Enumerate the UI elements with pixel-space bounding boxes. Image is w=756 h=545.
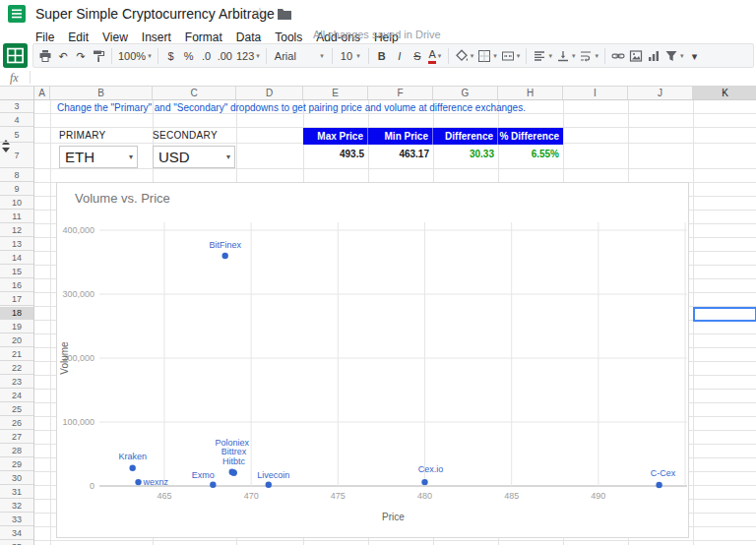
column-header-D[interactable]: D [236,87,303,99]
insert-chart-button[interactable] [645,46,662,66]
formula-input[interactable] [35,69,756,86]
star-icon[interactable]: ☆ [254,5,266,20]
row-header-20[interactable]: 20 [0,334,33,347]
row-header-30[interactable]: 30 [0,472,33,485]
print-icon [38,49,52,63]
increase-decimals-button[interactable]: .00 [216,46,234,66]
column-header-E[interactable]: E [303,87,368,99]
row-header-31[interactable]: 31 [0,486,33,499]
paint-format-button[interactable] [90,46,107,66]
menu-insert[interactable]: Insert [142,30,171,44]
insert-image-button[interactable] [627,46,645,66]
text-color-button[interactable]: A▾ [426,46,444,66]
undo-button[interactable]: ↶ [54,46,72,66]
row-header-27[interactable]: 27 [0,431,33,444]
y-tick-label: 100,000 [62,417,94,427]
redo-button[interactable]: ↷ [72,46,90,66]
bold-button[interactable]: B [373,46,391,66]
row-header-14[interactable]: 14 [0,252,33,265]
row-header-16[interactable]: 16 [0,279,33,292]
row-header-17[interactable]: 17 [0,293,33,306]
row-header-32[interactable]: 32 [0,500,33,513]
borders-button[interactable]: ▾ [475,46,499,66]
select-all-corner[interactable] [0,87,34,100]
column-header-I[interactable]: I [563,87,628,99]
sheets-home-icon[interactable] [3,43,28,68]
row-header-9[interactable]: 9 [0,183,33,196]
text-wrap-button[interactable]: ▾ [577,46,600,66]
column-header-K[interactable]: K [693,87,756,99]
cells-area[interactable]: Change the "Primary" and "Secondary" dro… [34,100,756,545]
format-percent-button[interactable]: % [180,46,198,66]
toolbar-separator [604,48,605,64]
menu-data[interactable]: Data [236,30,261,44]
row-header-4[interactable]: 4 [0,114,33,127]
menu-file[interactable]: File [35,30,54,44]
row-header-8[interactable]: 8 [0,169,33,182]
row-header-25[interactable]: 25 [0,403,33,416]
row-header-24[interactable]: 24 [0,390,33,402]
strikethrough-button[interactable]: S [409,46,426,66]
row-header-18[interactable]: 18 [0,307,33,320]
row-header-29[interactable]: 29 [0,458,33,471]
secondary-currency-dropdown[interactable]: USD ▾ [153,146,235,168]
row-header-35[interactable]: 35 [0,541,33,545]
menu-format[interactable]: Format [185,30,222,44]
decrease-decimals-button[interactable]: .0 [198,46,216,66]
title-bar: Super Simple Cryptocurrency Arbitrage ☆ [0,0,756,28]
fill-color-button[interactable]: ▾ [453,46,476,66]
insert-link-button[interactable] [609,46,627,66]
selected-cell[interactable] [693,307,756,322]
volume-price-chart[interactable]: 0100,000200,000300,000400,00046547047548… [56,182,689,538]
horizontal-align-button[interactable]: ▾ [531,46,554,66]
menu-tools[interactable]: Tools [275,30,302,44]
column-header-C[interactable]: C [153,87,236,99]
dropdown-caret-icon: ▾ [572,52,576,60]
primary-currency-dropdown[interactable]: ETH ▾ [59,146,138,168]
row-header-33[interactable]: 33 [0,514,33,526]
row-header-12[interactable]: 12 [0,224,33,237]
filter-button[interactable]: ▾ [662,46,686,66]
more-button[interactable]: ▾ [685,46,703,66]
font-size-select[interactable]: 10▾ [337,46,364,66]
column-header-A[interactable]: A [34,87,50,99]
chart-point-exmo [210,482,216,488]
row-header-5[interactable]: 5 [0,128,33,143]
row-header-3[interactable]: 3 [0,100,33,113]
row-header-13[interactable]: 13 [0,238,33,251]
print-button[interactable] [36,46,54,66]
document-title[interactable]: Super Simple Cryptocurrency Arbitrage [35,6,275,22]
column-header-H[interactable]: H [498,87,563,99]
row-header-11[interactable]: 11 [0,211,33,223]
merge-cells-button[interactable]: ▾ [499,46,523,66]
column-header-J[interactable]: J [628,87,693,99]
menu-edit[interactable]: Edit [68,30,89,44]
font-family-select[interactable]: Arial▾ [271,46,328,66]
x-axis-title: Price [382,512,405,522]
format-currency-button[interactable]: $ [162,46,180,66]
vertical-align-button[interactable]: ▾ [554,46,578,66]
redo-button-label: ↷ [76,46,85,66]
toolbar-separator [448,48,449,64]
row-header-21[interactable]: 21 [0,348,33,361]
row-header-7[interactable]: 7 [0,144,33,168]
column-header-G[interactable]: G [433,87,498,99]
number-format-button[interactable]: 123▾ [234,46,262,66]
font-family-select-label: Arial [275,46,296,66]
column-header-B[interactable]: B [50,87,153,99]
row-header-22[interactable]: 22 [0,362,33,375]
row-header-28[interactable]: 28 [0,445,33,457]
row-header-26[interactable]: 26 [0,417,33,430]
zoom-select[interactable]: 100%▾ [116,46,154,66]
sheets-logo-icon[interactable] [8,5,26,23]
row-header-34[interactable]: 34 [0,527,33,540]
italic-button[interactable]: I [391,46,409,66]
row-header-10[interactable]: 10 [0,197,33,210]
column-header-F[interactable]: F [368,87,433,99]
menu-view[interactable]: View [102,30,128,44]
gridline [693,100,694,545]
folder-icon[interactable] [278,8,291,20]
row-header-15[interactable]: 15 [0,266,33,278]
row-header-19[interactable]: 19 [0,321,33,333]
row-header-23[interactable]: 23 [0,376,33,389]
